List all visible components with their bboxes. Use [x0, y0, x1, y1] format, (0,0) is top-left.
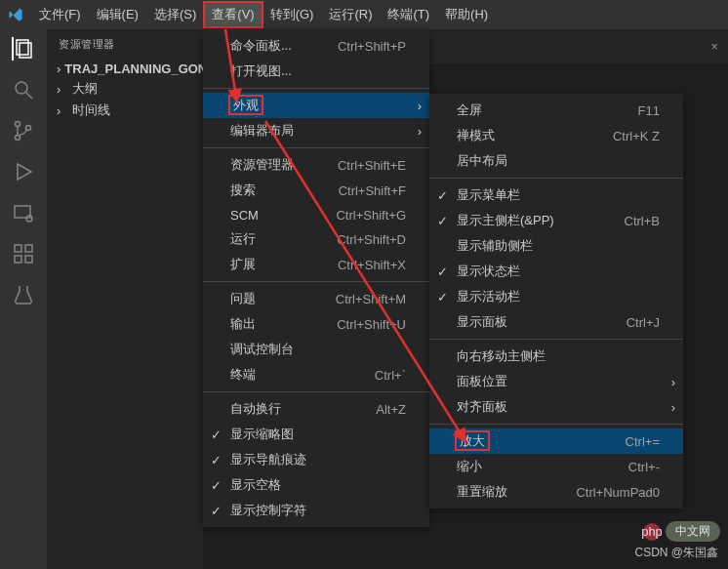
svg-point-4 — [16, 122, 20, 127]
check-icon: ✓ — [437, 264, 448, 279]
menu-separator — [203, 281, 429, 282]
menu-separator — [203, 391, 429, 392]
menu-extensions[interactable]: 扩展Ctrl+Shift+X — [203, 252, 429, 277]
menu-separator — [203, 147, 429, 148]
activitybar — [0, 29, 47, 569]
menu-view[interactable]: 查看(V) — [204, 2, 262, 27]
extensions-icon[interactable] — [12, 242, 35, 265]
svg-point-2 — [16, 82, 27, 94]
menu-search[interactable]: 搜索Ctrl+Shift+F — [203, 178, 429, 203]
menu-fullscreen[interactable]: 全屏F11 — [429, 98, 683, 123]
chevron-right-icon: › — [418, 99, 422, 113]
svg-rect-12 — [25, 245, 32, 252]
svg-line-3 — [26, 93, 32, 99]
menu-terminal[interactable]: 终端Ctrl+` — [203, 362, 429, 387]
chevron-right-icon: › — [671, 400, 675, 415]
watermark: php 中文网 — [642, 521, 720, 542]
menu-secondary-sidebar[interactable]: 显示辅助侧栏 — [429, 233, 683, 259]
menu-edit[interactable]: 编辑(E) — [89, 2, 146, 27]
menu-output[interactable]: 输出Ctrl+Shift+U — [203, 311, 429, 337]
menu-panel[interactable]: 显示面板Ctrl+J — [429, 309, 683, 335]
menu-zoom-out[interactable]: 缩小Ctrl+- — [429, 454, 683, 479]
chevron-right-icon: › — [57, 82, 68, 97]
menu-help[interactable]: 帮助(H) — [437, 2, 496, 27]
menu-control-chars[interactable]: ✓显示控制字符 — [203, 498, 429, 523]
source-control-icon[interactable] — [12, 119, 35, 142]
menu-scm[interactable]: SCMCtrl+Shift+G — [203, 203, 429, 226]
run-debug-icon[interactable] — [12, 160, 35, 183]
sidebar: 资源管理器 ›TRAJ_PLANNING_GONGN ›大纲 ›时间线 — [47, 29, 203, 569]
menu-terminal[interactable]: 终端(T) — [380, 2, 437, 27]
search-icon[interactable] — [12, 78, 35, 102]
menu-editor-layout[interactable]: 编辑器布局› — [203, 118, 429, 143]
chevron-right-icon: › — [418, 124, 422, 139]
menu-whitespace[interactable]: ✓显示空格 — [203, 472, 429, 498]
menu-separator — [429, 178, 683, 179]
menu-status-bar[interactable]: ✓显示状态栏 — [429, 259, 683, 284]
check-icon: ✓ — [211, 427, 222, 442]
check-icon: ✓ — [437, 214, 448, 228]
close-icon[interactable]: × — [710, 39, 718, 54]
menu-activity-bar[interactable]: ✓显示活动栏 — [429, 284, 683, 309]
menu-run[interactable]: 运行(R) — [321, 2, 380, 27]
chevron-right-icon: › — [57, 103, 68, 118]
svg-rect-9 — [15, 245, 21, 252]
menu-debug-console[interactable]: 调试控制台 — [203, 337, 429, 362]
chevron-right-icon: › — [671, 375, 675, 389]
menu-go[interactable]: 转到(G) — [263, 2, 322, 27]
csdn-attribution: CSDN @朱国鑫 — [634, 545, 718, 561]
svg-point-6 — [26, 126, 31, 131]
check-icon: ✓ — [211, 504, 222, 518]
menu-menubar[interactable]: ✓显示菜单栏 — [429, 183, 683, 208]
menu-appearance[interactable]: 外观› — [203, 93, 429, 118]
menu-problems[interactable]: 问题Ctrl+Shift+M — [203, 286, 429, 311]
check-icon: ✓ — [211, 478, 222, 493]
php-logo-icon: php — [642, 522, 662, 542]
menu-command-palette[interactable]: 命令面板...Ctrl+Shift+P — [203, 33, 429, 59]
explorer-icon[interactable] — [12, 37, 35, 61]
tree-project[interactable]: ›TRAJ_PLANNING_GONGN — [47, 60, 203, 78]
tree-timeline[interactable]: ›时间线 — [47, 100, 203, 121]
svg-rect-10 — [15, 256, 21, 263]
testing-icon[interactable] — [12, 283, 35, 306]
remote-icon[interactable] — [12, 201, 35, 224]
menu-align-panel[interactable]: 对齐面板› — [429, 394, 683, 420]
menu-zoom-in[interactable]: 放大Ctrl+= — [429, 428, 683, 454]
svg-point-5 — [16, 136, 20, 141]
menu-select[interactable]: 选择(S) — [146, 2, 204, 27]
menu-panel-position[interactable]: 面板位置› — [429, 369, 683, 394]
vscode-logo-icon — [8, 7, 23, 22]
menu-move-sidebar[interactable]: 向右移动主侧栏 — [429, 344, 683, 369]
menu-open-view[interactable]: 打开视图... — [203, 59, 429, 84]
svg-point-8 — [26, 216, 32, 222]
check-icon: ✓ — [437, 188, 448, 203]
menu-separator — [429, 339, 683, 340]
menu-word-wrap[interactable]: 自动换行Alt+Z — [203, 396, 429, 422]
menu-run[interactable]: 运行Ctrl+Shift+D — [203, 226, 429, 252]
svg-text:php: php — [642, 524, 662, 539]
appearance-submenu: 全屏F11 禅模式Ctrl+K Z 居中布局 ✓显示菜单栏 ✓显示主侧栏(&PP… — [429, 94, 683, 508]
view-menu: 命令面板...Ctrl+Shift+P 打开视图... 外观› 编辑器布局› 资… — [203, 29, 429, 527]
tree-outline[interactable]: ›大纲 — [47, 78, 203, 100]
svg-rect-11 — [25, 256, 32, 263]
menu-centered-layout[interactable]: 居中布局 — [429, 148, 683, 174]
sidebar-title: 资源管理器 — [47, 29, 203, 60]
menubar: 文件(F) 编辑(E) 选择(S) 查看(V) 转到(G) 运行(R) 终端(T… — [31, 2, 496, 27]
chevron-right-icon: › — [57, 61, 61, 76]
check-icon: ✓ — [211, 453, 222, 467]
menu-zen-mode[interactable]: 禅模式Ctrl+K Z — [429, 123, 683, 148]
menu-separator — [429, 424, 683, 425]
menu-zoom-reset[interactable]: 重置缩放Ctrl+NumPad0 — [429, 479, 683, 505]
titlebar: 文件(F) 编辑(E) 选择(S) 查看(V) 转到(G) 运行(R) 终端(T… — [0, 0, 728, 29]
menu-separator — [203, 88, 429, 89]
menu-minimap[interactable]: ✓显示缩略图 — [203, 422, 429, 447]
menu-breadcrumbs[interactable]: ✓显示导航痕迹 — [203, 447, 429, 472]
check-icon: ✓ — [437, 290, 448, 305]
menu-primary-sidebar[interactable]: ✓显示主侧栏(&PP)Ctrl+B — [429, 208, 683, 233]
menu-file[interactable]: 文件(F) — [31, 2, 89, 27]
menu-explorer[interactable]: 资源管理器Ctrl+Shift+E — [203, 152, 429, 178]
